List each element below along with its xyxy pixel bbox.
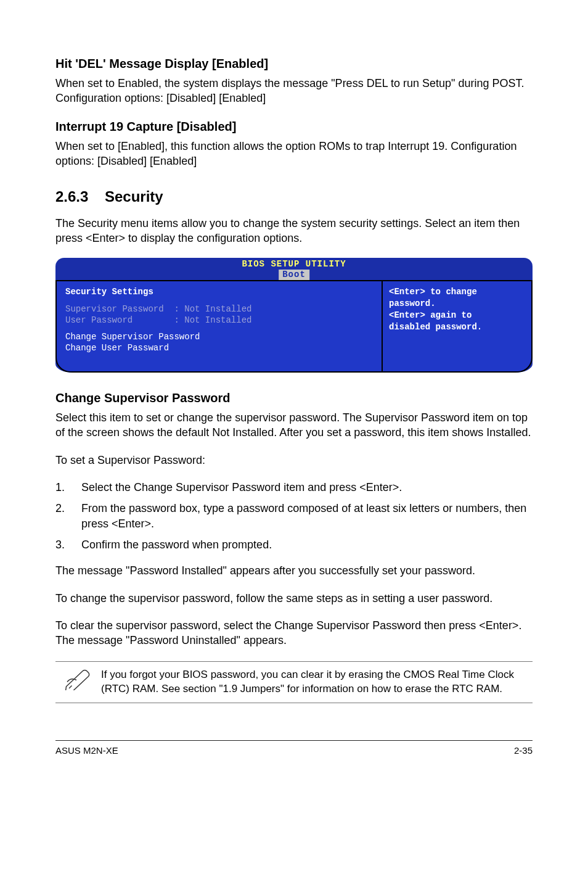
note-icon	[55, 668, 101, 690]
step-item: 3.Confirm the password when prompted.	[55, 537, 533, 552]
heading-hit-del: Hit 'DEL' Message Display [Enabled]	[55, 56, 533, 72]
bios-action-change-supervisor: Change Supervisor Password	[65, 332, 373, 343]
bios-row-user: User Password : Not Installed	[65, 315, 373, 326]
step-number: 3.	[55, 537, 81, 552]
page-footer: ASUS M2N-XE 2-35	[55, 740, 533, 757]
step-text: Confirm the password when prompted.	[81, 537, 533, 552]
heading-title: Security	[105, 188, 163, 205]
body-interrupt19: When set to [Enabled], this function all…	[55, 139, 533, 169]
bios-titlebar: BIOS SETUP UTILITY Boot	[55, 258, 533, 280]
step-number: 1.	[55, 480, 81, 495]
p-change-super-1: Select this item to set or change the su…	[55, 410, 533, 440]
heading-interrupt19: Interrupt 19 Capture [Disabled]	[55, 118, 533, 135]
note-block: If you forgot your BIOS password, you ca…	[55, 661, 533, 703]
body-hit-del: When set to Enabled, the system displays…	[55, 76, 533, 106]
bios-help-line: password.	[389, 298, 525, 310]
bios-row-value: : Not Installed	[174, 304, 251, 314]
p-change-super-2: To set a Supervisor Password:	[55, 453, 533, 468]
bios-action-change-user: Change User Passward	[65, 343, 373, 354]
bios-screenshot: BIOS SETUP UTILITY Boot Security Setting…	[55, 258, 533, 373]
step-item: 1.Select the Change Supervisor Password …	[55, 480, 533, 495]
pencil-note-icon	[64, 668, 92, 690]
heading-change-supervisor: Change Supervisor Password	[55, 390, 533, 406]
p-change-super-3: The message "Password Installed" appears…	[55, 563, 533, 578]
bios-left-pane: Security Settings Supervisor Password : …	[55, 280, 382, 373]
bios-tab-boot: Boot	[279, 270, 309, 280]
spacer	[65, 326, 373, 332]
intro-security: The Security menu items allow you to cha…	[55, 216, 533, 246]
step-number: 2.	[55, 501, 81, 531]
heading-number: 2.6.3	[55, 187, 105, 207]
bios-body: Security Settings Supervisor Password : …	[55, 280, 533, 373]
footer-left: ASUS M2N-XE	[55, 745, 118, 757]
heading-security: 2.6.3Security	[55, 187, 533, 207]
bios-row-label: User Password	[65, 315, 133, 325]
bios-title: BIOS SETUP UTILITY	[55, 259, 533, 270]
p-change-super-5: To clear the supervisor password, select…	[55, 618, 533, 648]
step-item: 2.From the password box, type a password…	[55, 501, 533, 531]
note-text: If you forgot your BIOS password, you ca…	[101, 668, 533, 696]
steps-list: 1.Select the Change Supervisor Password …	[55, 480, 533, 552]
bios-row-label: Supervisor Password	[65, 304, 164, 314]
bios-help-line: <Enter> again to	[389, 310, 525, 321]
bios-right-pane: <Enter> to change password. <Enter> agai…	[382, 280, 533, 373]
bios-row-supervisor: Supervisor Password : Not Installed	[65, 304, 373, 315]
p-change-super-4: To change the supervisor password, follo…	[55, 591, 533, 606]
bios-help-line: disabled password.	[389, 321, 525, 333]
step-text: Select the Change Supervisor Password it…	[81, 480, 533, 495]
footer-right: 2-35	[514, 745, 533, 757]
bios-help-line: <Enter> to change	[389, 286, 525, 298]
step-text: From the password box, type a password c…	[81, 501, 533, 531]
bios-row-value: : Not Installed	[174, 315, 251, 325]
bios-security-settings-header: Security Settings	[65, 286, 373, 298]
